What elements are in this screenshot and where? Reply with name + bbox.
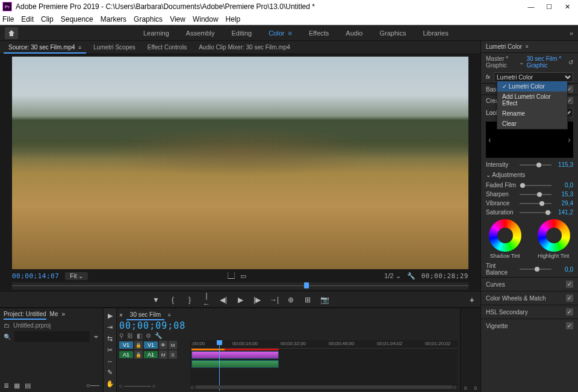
mark-out-button[interactable]: } [185,296,194,304]
close-button[interactable]: ✕ [559,1,576,12]
workspace-assembly[interactable]: Assembly [186,30,215,37]
timeline-ruler[interactable]: ;00;00 00;00;16;00 00;00;32;00 00;00;48;… [190,340,458,349]
intensity-value[interactable]: 115,3 [555,161,573,168]
a1-source-patch[interactable]: A1 [119,351,133,358]
menu-edit[interactable]: Edit [21,15,34,23]
workspace-overflow-icon[interactable]: » [570,30,573,37]
tl-linked-selection-icon[interactable]: ⛓ [127,332,133,339]
curves-toggle[interactable]: ✓ [566,281,573,288]
project-search-input[interactable] [14,331,90,342]
ripple-edit-tool-icon[interactable]: ⇆ [107,335,113,343]
adjustments-header[interactable]: Adjustments [481,169,578,181]
timeline-h-scrollbar[interactable] [195,385,453,389]
audio-clip[interactable] [191,360,279,368]
monitor-ruler[interactable] [12,282,468,290]
reset-icon[interactable]: ↺ [568,59,573,66]
vignette-toggle[interactable]: ✓ [566,322,573,329]
workspace-libraries[interactable]: Libraries [423,30,448,37]
project-overflow-icon[interactable]: » [62,311,66,320]
saturation-slider[interactable] [520,212,552,213]
insert-button[interactable]: ⊕ [287,296,295,304]
workspace-audio[interactable]: Audio [346,30,362,37]
menu-item-rename[interactable]: Rename [497,108,567,119]
color-wheels-toggle[interactable]: ✓ [566,294,573,302]
selection-tool-icon[interactable]: ▶ [108,312,113,320]
timeline-tab-menu-icon[interactable]: ≡ [168,313,171,318]
sharpen-slider[interactable] [520,194,552,195]
fx-badge[interactable]: fx [486,74,490,80]
workspace-editing[interactable]: Editing [232,30,252,37]
menu-file[interactable]: File [2,15,14,23]
timeline-playhead[interactable] [219,340,220,391]
video-preview[interactable] [12,57,468,269]
step-forward-button[interactable]: |▶ [253,296,261,304]
timecode-out[interactable]: 00;00;28;29 [421,272,468,280]
menu-sequence[interactable]: Sequence [61,15,93,23]
highlight-tint-wheel[interactable] [538,219,570,252]
video-clip[interactable] [191,351,279,359]
track-mute-icon[interactable]: M [159,350,167,359]
section-curves[interactable]: Curves ✓ [481,277,578,291]
track-solo-icon[interactable]: S [169,350,177,359]
intensity-slider[interactable] [520,164,552,166]
tab-lumetri-scopes[interactable]: Lumetri Scopes [89,42,140,54]
maximize-button[interactable]: ☐ [541,1,558,12]
v1-target[interactable]: V1 [144,341,158,349]
tl-wrench-icon[interactable]: 🔧 [155,332,162,339]
minimize-button[interactable]: — [523,1,539,12]
menu-item-lumetri-color[interactable]: Lumetri Color [497,81,567,92]
look-prev-button[interactable]: ‹ [488,135,491,145]
tint-balance-slider[interactable] [520,269,552,270]
faded-film-value[interactable]: 0,0 [555,182,573,188]
menu-clip[interactable]: Clip [41,15,54,23]
lumetri-panel-title[interactable]: Lumetri Color [486,43,522,50]
play-button[interactable]: ▶ [236,296,244,304]
workspace-learning[interactable]: Learning [143,30,169,37]
section-hsl[interactable]: HSL Secondary ✓ [481,305,578,319]
menu-help[interactable]: Help [226,15,241,23]
tab-audio-clip-mixer[interactable]: Audio Clip Mixer: 30 sec Film.mp4 [194,42,295,54]
tab-menu-icon[interactable]: ≡ [79,45,82,51]
shadow-tint-wheel[interactable] [489,219,521,252]
timeline-tab[interactable]: 30 sec Film [126,310,164,320]
razor-tool-icon[interactable]: ✂ [107,346,113,354]
go-to-in-button[interactable]: |← [202,291,211,308]
menu-window[interactable]: Window [193,15,219,23]
vibrance-value[interactable]: 29,4 [555,200,573,207]
vibrance-slider[interactable] [520,203,552,204]
track-lock-icon[interactable]: 🔒 [134,350,143,359]
timeline-track-area[interactable]: ;00;00 00;00;16;00 00;00;32;00 00;00;48;… [190,340,458,391]
workspace-color[interactable]: Color [269,30,284,37]
timecode-in[interactable]: 00;00;14;07 [12,272,59,280]
freeform-view-icon[interactable]: ▤ [25,382,31,390]
step-back-button[interactable]: ◀| [219,296,228,304]
export-frame-button[interactable]: 📷 [320,296,329,304]
settings-icon[interactable]: 🔧 [407,272,415,280]
mark-in-button[interactable]: { [169,296,177,304]
a1-target[interactable]: A1 [144,351,158,358]
track-mute-icon[interactable]: M [169,341,177,349]
section-color-wheels[interactable]: Color Wheels & Match ✓ [481,291,578,305]
tl-marker-icon[interactable]: ◧ [137,332,142,339]
list-view-icon[interactable]: ≣ [4,382,9,390]
playback-resolution[interactable]: 1/2 ⌄ [384,272,400,280]
tint-balance-value[interactable]: 0,0 [555,266,573,273]
workspace-menu-icon[interactable]: ≡ [288,30,291,37]
timeline-close-tab[interactable]: × [119,312,123,319]
pen-tool-icon[interactable]: ✎ [107,369,113,376]
tab-media-browser[interactable]: Me [50,311,58,320]
zoom-slider-icon[interactable]: ○── [86,382,99,390]
button-editor-icon[interactable]: + [470,295,474,305]
tab-effect-controls[interactable]: Effect Controls [143,42,191,54]
section-vignette[interactable]: Vignette ✓ [481,319,578,332]
icon-view-icon[interactable]: ▦ [14,382,20,390]
menu-item-clear[interactable]: Clear [497,119,567,129]
faded-film-slider[interactable] [520,185,552,186]
in-out-duration-icon[interactable]: ⎿⏌ [225,272,233,279]
menu-view[interactable]: View [170,15,185,23]
menu-item-add-lumetri[interactable]: Add Lumetri Color Effect [497,92,567,108]
filter-icon[interactable]: ⏷ [93,334,99,340]
look-next-button[interactable]: › [568,135,571,145]
zoom-fit-dropdown[interactable]: Fit ⌄ [65,272,88,280]
hsl-toggle[interactable]: ✓ [566,308,573,316]
